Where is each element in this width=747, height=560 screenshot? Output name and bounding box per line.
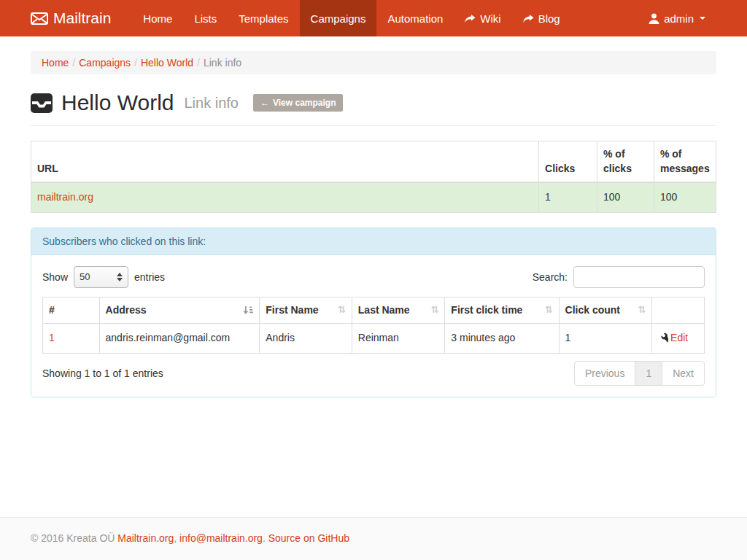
- entries-select[interactable]: 50: [74, 266, 128, 288]
- navbar: Mailtrain Home Lists Templates Campaigns…: [0, 0, 747, 36]
- share-arrow-icon: [465, 14, 476, 23]
- entries-summary: Showing 1 to 1 of 1 entries: [42, 368, 163, 379]
- nav-item-automation[interactable]: Automation: [376, 0, 454, 36]
- brand-name: Mailtrain: [53, 9, 111, 27]
- nav-item-lists[interactable]: Lists: [183, 0, 228, 36]
- url-link[interactable]: mailtrain.org: [37, 191, 93, 203]
- breadcrumb-campaigns[interactable]: Campaigns: [79, 57, 131, 69]
- first-name-col-header[interactable]: First Name⇅: [260, 297, 352, 324]
- page-length-control: Show 50 entries: [42, 266, 165, 288]
- page-header: Hello World Link info ← View campaign: [31, 90, 716, 115]
- click-count-col-header[interactable]: Click count⇅: [559, 297, 652, 324]
- search-control: Search:: [533, 266, 705, 288]
- page-subtitle: Link info: [185, 95, 239, 112]
- pct-clicks-col-header: % of clicks: [597, 141, 654, 183]
- brand-logo[interactable]: Mailtrain: [31, 0, 122, 36]
- nav-item-home[interactable]: Home: [132, 0, 183, 36]
- url-stats-table: URL Clicks % of clicks % of messages mai…: [31, 141, 716, 213]
- user-name: admin: [664, 12, 694, 25]
- breadcrumb-home[interactable]: Home: [42, 57, 69, 69]
- url-col-header: URL: [31, 141, 539, 183]
- sort-asc-icon: [243, 306, 253, 315]
- pct-messages-col-header: % of messages: [654, 141, 716, 183]
- inbox-icon: [31, 93, 53, 113]
- pct-clicks-value: 100: [597, 182, 654, 212]
- page-number-button[interactable]: 1: [635, 361, 662, 386]
- subscriber-address: andris.reinman@gmail.com: [99, 324, 260, 354]
- subscriber-first-name: Andris: [260, 324, 352, 354]
- show-label: Show: [42, 271, 68, 283]
- select-arrows-icon: [117, 273, 123, 281]
- subscriber-last-name: Reinman: [352, 324, 445, 354]
- mailtrain-org-link[interactable]: Mailtrain.org: [117, 532, 174, 544]
- page-title: Hello World: [61, 90, 174, 115]
- first-click-col-header[interactable]: First click time⇅: [445, 297, 559, 324]
- previous-page-button[interactable]: Previous: [574, 361, 635, 386]
- github-source-link[interactable]: Source on GitHub: [268, 532, 349, 544]
- arrow-left-icon: ←: [260, 98, 269, 108]
- edit-link[interactable]: Edit: [658, 331, 698, 346]
- sort-icon: ⇅: [338, 303, 346, 316]
- nav-item-wiki[interactable]: Wiki: [454, 0, 511, 36]
- breadcrumb-hello-world[interactable]: Hello World: [141, 57, 193, 69]
- user-menu[interactable]: admin: [638, 0, 716, 36]
- pct-messages-value: 100: [654, 182, 716, 212]
- panel-title: Subscribers who clicked on this link:: [31, 228, 716, 255]
- subscriber-index-link[interactable]: 1: [49, 332, 55, 343]
- wrench-icon: [658, 333, 668, 343]
- nav-item-campaigns[interactable]: Campaigns: [300, 0, 377, 36]
- footer: © 2016 Kreata OÜ Mailtrain.org, info@mai…: [0, 517, 747, 560]
- clicks-col-header: Clicks: [539, 141, 597, 183]
- share-arrow-icon: [523, 14, 534, 23]
- search-label: Search:: [533, 271, 568, 283]
- entries-label: entries: [134, 271, 165, 283]
- nav-item-blog[interactable]: Blog: [512, 0, 571, 36]
- divider: [31, 125, 716, 126]
- view-campaign-button[interactable]: ← View campaign: [253, 94, 343, 112]
- search-input[interactable]: [573, 266, 705, 288]
- pagination: Previous 1 Next: [574, 361, 705, 386]
- table-row: mailtrain.org 1 100 100: [31, 182, 716, 212]
- index-col-header: #: [43, 297, 100, 324]
- main-nav: Home Lists Templates Campaigns Automatio…: [132, 0, 570, 36]
- caret-down-icon: [700, 17, 705, 20]
- breadcrumb-current: Link info: [204, 57, 241, 69]
- sort-icon: ⇅: [545, 303, 553, 316]
- clicks-value: 1: [539, 182, 597, 212]
- subscribers-panel: Subscribers who clicked on this link: Sh…: [31, 228, 716, 397]
- breadcrumb: Home/Campaigns/Hello World/Link info: [31, 51, 716, 74]
- table-row: 1 andris.reinman@gmail.com Andris Reinma…: [43, 324, 705, 354]
- sort-icon: ⇅: [430, 303, 438, 316]
- address-col-header[interactable]: Address: [99, 297, 260, 324]
- subscriber-click-count: 1: [559, 324, 652, 354]
- subscriber-first-click: 3 minutes ago: [445, 324, 559, 354]
- next-page-button[interactable]: Next: [662, 361, 705, 386]
- last-name-col-header[interactable]: Last Name⇅: [352, 297, 445, 324]
- sort-icon: ⇅: [638, 303, 646, 316]
- envelope-icon: [31, 12, 48, 25]
- subscribers-table: # Address: [42, 297, 705, 354]
- email-link[interactable]: info@mailtrain.org: [179, 532, 263, 544]
- entries-select-value: 50: [80, 271, 90, 282]
- copyright-text: © 2016 Kreata OÜ: [31, 532, 115, 544]
- nav-item-templates[interactable]: Templates: [228, 0, 299, 36]
- actions-col-header: [652, 297, 705, 324]
- user-icon: [649, 13, 659, 24]
